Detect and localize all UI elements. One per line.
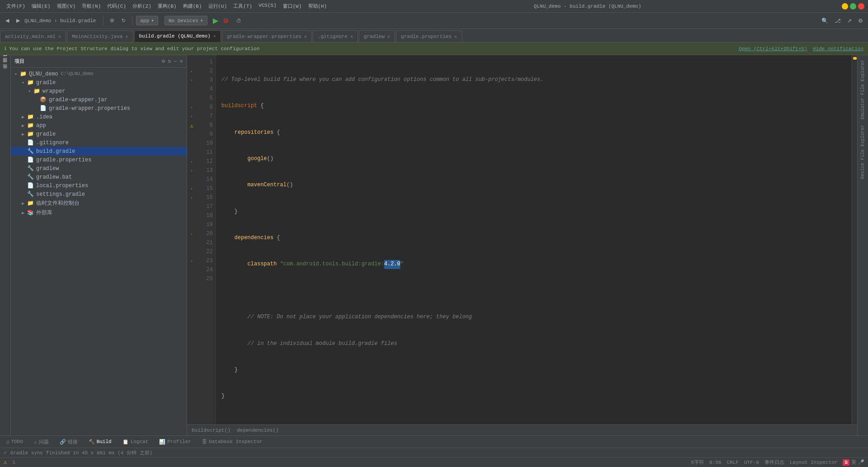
- tab-gradle-wrapper-close[interactable]: ✕: [304, 34, 307, 39]
- status-encoding[interactable]: UTF-8: [744, 460, 759, 465]
- tab-gitignore[interactable]: .gitignore ✕: [313, 30, 358, 42]
- tab-gradle-props-close[interactable]: ✕: [455, 34, 457, 39]
- code-content[interactable]: // Top-level build file where you can ad…: [216, 55, 852, 425]
- right-tab-emulator[interactable]: Emulator File Explorer: [859, 57, 867, 122]
- bottom-tab-database[interactable]: 🗄 Database Inspector: [197, 438, 267, 446]
- bottom-tab-todo[interactable]: ☑ TODO: [2, 438, 28, 446]
- toolbar-settings2-button[interactable]: ⚙: [856, 16, 865, 25]
- tab-gitignore-close[interactable]: ✕: [350, 34, 353, 39]
- menu-build[interactable]: 构建(B): [180, 2, 205, 10]
- tab-main-activity-close[interactable]: ✕: [125, 34, 128, 39]
- forward-button[interactable]: ▶: [14, 16, 23, 25]
- breadcrumb-dependencies[interactable]: dependencies(): [237, 428, 278, 433]
- tree-item-gradle[interactable]: ▾ 📁 gradle: [11, 78, 187, 87]
- tree-item-idea[interactable]: ▶ 📁 .idea: [11, 113, 187, 121]
- left-tab-project[interactable]: 项目: [1, 57, 10, 62]
- status-crlf[interactable]: CRLF: [727, 460, 738, 465]
- bottom-tab-build[interactable]: 🔨 Build: [84, 438, 116, 446]
- minimize-button[interactable]: [842, 3, 848, 9]
- status-layout-inspector[interactable]: Layout Inspector: [790, 460, 838, 465]
- tab-build-gradle[interactable]: build.gradle (QLNU_demo) ✕: [134, 30, 221, 42]
- tree-item-gradle2[interactable]: ▶ 📁 gradle: [11, 130, 187, 138]
- gutter-6[interactable]: ▾: [187, 103, 196, 112]
- tab-activity-main[interactable]: activity_main.xml ✕: [0, 30, 66, 42]
- menu-tools[interactable]: 工具(T): [230, 2, 255, 10]
- toolbar-vcs-button[interactable]: ⎇: [832, 16, 843, 25]
- gutter-12[interactable]: ▾: [187, 157, 196, 166]
- menu-run[interactable]: 运行(U): [206, 2, 230, 10]
- run-button[interactable]: ▶: [213, 16, 218, 25]
- bottom-tab-links[interactable]: 🔗 链接: [55, 437, 82, 447]
- tab-main-activity[interactable]: MainActivity.java ✕: [67, 30, 133, 42]
- tree-item-gradle-wrapper-jar[interactable]: 📦 gradle-wrapper.jar: [11, 95, 187, 104]
- fold-6-icon[interactable]: ▾: [190, 105, 193, 110]
- code-area[interactable]: ▾ ▾ ▾ ▾ ⚠ ▾ ▾ ▾ ▾ ▾ ▾: [187, 55, 857, 425]
- panel-minimize-icon[interactable]: —: [174, 58, 177, 65]
- tree-item-local-props[interactable]: 📄 local.properties: [11, 181, 187, 190]
- status-char-count[interactable]: 5字符: [691, 459, 704, 466]
- left-tab-resources[interactable]: 资源管理器: [1, 63, 10, 69]
- breadcrumb-project[interactable]: QLNU_demo: [24, 18, 51, 24]
- menu-analyze[interactable]: 分析(Z): [130, 2, 154, 10]
- module-dropdown[interactable]: app ▾: [136, 16, 158, 25]
- open-project-structure-link[interactable]: Open (Ctrl+Alt+Shift+S): [739, 46, 807, 52]
- tree-item-build-gradle[interactable]: 🔧 build.gradle: [11, 147, 187, 156]
- breadcrumb-file[interactable]: build.gradle: [60, 18, 96, 24]
- panel-close-icon[interactable]: ✕: [180, 58, 183, 65]
- debug-button[interactable]: 🐞: [220, 16, 232, 25]
- profile-button[interactable]: ⏱: [234, 17, 244, 25]
- tree-item-external[interactable]: ▶ 📚 外部库: [11, 208, 187, 217]
- menu-vcs[interactable]: VCS(S): [256, 2, 279, 10]
- gutter-2[interactable]: ▾: [187, 67, 196, 76]
- toolbar-share-button[interactable]: ↗: [845, 16, 854, 25]
- gutter-23[interactable]: ▾: [187, 257, 196, 266]
- tree-item-root[interactable]: ▾ 📁 QLNU_demo C:\QLNU_demo: [11, 70, 187, 78]
- tree-item-temp[interactable]: ▶ 📁 临时文件和控制台: [11, 198, 187, 208]
- tab-gradlew-close[interactable]: ✕: [387, 34, 390, 39]
- menu-navigate[interactable]: 导航(N): [79, 2, 103, 10]
- menu-bar[interactable]: 文件(F) 编辑(E) 视图(V) 导航(N) 代码(C) 分析(Z) 重构(B…: [4, 2, 329, 10]
- tree-item-gradle-wrapper-props[interactable]: 📄 gradle-wrapper.properties: [11, 104, 187, 113]
- tree-item-gradlew[interactable]: 🔧 gradlew: [11, 164, 187, 173]
- fold-3-icon[interactable]: ▾: [190, 78, 193, 83]
- bottom-tab-logcat[interactable]: 📋 Logcat: [118, 438, 153, 446]
- breadcrumb-buildscript[interactable]: buildscript(): [192, 428, 230, 433]
- tab-build-gradle-close[interactable]: ✕: [213, 33, 216, 39]
- fold-13-icon[interactable]: ▾: [190, 168, 193, 174]
- bottom-tab-profiler[interactable]: 📊 Profiler: [155, 438, 196, 446]
- panel-sort-icon[interactable]: ⇅: [168, 58, 171, 65]
- tab-activity-main-close[interactable]: ✕: [58, 34, 61, 39]
- tab-gradlew[interactable]: gradlew ✕: [359, 30, 395, 42]
- menu-view[interactable]: 视图(V): [54, 2, 79, 10]
- gutter-13[interactable]: ▾: [187, 166, 196, 175]
- menu-file[interactable]: 文件(F): [4, 2, 28, 10]
- tree-item-wrapper[interactable]: ▾ 📁 wrapper: [11, 87, 187, 95]
- close-button[interactable]: [858, 3, 864, 9]
- status-event-log[interactable]: 事件日志: [765, 459, 784, 466]
- tree-item-gradle-props[interactable]: 📄 gradle.properties: [11, 156, 187, 164]
- tab-gradle-wrapper[interactable]: gradle-wrapper.properties ✕: [222, 30, 312, 42]
- bottom-tab-issues[interactable]: ⚠ 问题: [29, 437, 53, 447]
- gutter-20[interactable]: ▾: [187, 230, 196, 239]
- maximize-button[interactable]: [850, 3, 856, 9]
- tree-item-gradlew-bat[interactable]: 🔧 gradlew.bat: [11, 173, 187, 181]
- gutter-16[interactable]: ▾: [187, 193, 196, 203]
- menu-code[interactable]: 代码(C): [104, 2, 129, 10]
- fold-15-icon[interactable]: ▾: [190, 186, 193, 192]
- back-button[interactable]: ◀: [3, 16, 12, 25]
- fold-23-icon[interactable]: ▾: [190, 259, 193, 264]
- window-controls[interactable]: [842, 3, 864, 9]
- tree-item-gitignore[interactable]: 📄 .gitignore: [11, 138, 187, 147]
- menu-help[interactable]: 帮助(H): [305, 2, 330, 10]
- fold-7-icon[interactable]: ▾: [190, 114, 193, 119]
- tree-item-app[interactable]: ▶ 📁 app: [11, 121, 187, 130]
- gutter-7[interactable]: ▾: [187, 112, 196, 121]
- menu-edit[interactable]: 编辑(E): [29, 2, 53, 10]
- minimap-scrollbar[interactable]: [852, 55, 857, 425]
- fold-12-icon[interactable]: ▾: [190, 159, 193, 165]
- hide-notification-link[interactable]: Hide notification: [813, 46, 863, 52]
- fold-16-icon[interactable]: ▾: [190, 195, 193, 201]
- sync-button[interactable]: ↻: [119, 16, 128, 25]
- left-tab-favorites[interactable]: 收藏夹: [1, 70, 10, 75]
- fold-2-icon[interactable]: ▾: [190, 69, 193, 74]
